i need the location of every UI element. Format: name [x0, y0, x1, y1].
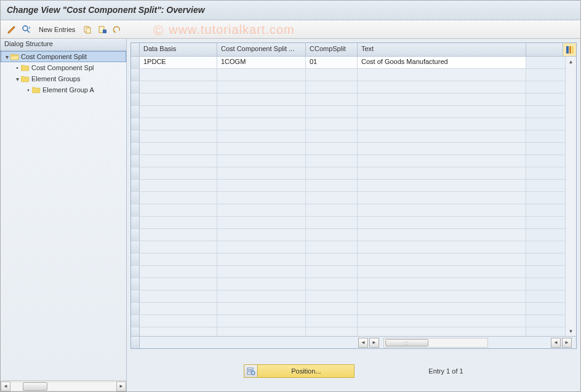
table-row[interactable]: 1PDCE1COGM01Cost of Goods Manufactured — [131, 57, 565, 69]
cell-empty[interactable] — [306, 278, 358, 290]
cell-empty[interactable] — [140, 143, 217, 154]
scroll-right-button[interactable]: ► — [369, 338, 379, 348]
table-row-empty[interactable] — [131, 180, 565, 192]
cell-empty[interactable] — [358, 229, 526, 241]
cell-empty[interactable] — [140, 278, 217, 290]
column-header-text[interactable]: Text — [358, 43, 526, 56]
cell-empty[interactable] — [306, 327, 358, 336]
row-selector[interactable] — [131, 266, 140, 278]
row-selector[interactable] — [131, 278, 140, 290]
cell-empty[interactable] — [217, 69, 306, 81]
cell-empty[interactable] — [306, 106, 358, 118]
table-row-empty[interactable] — [131, 167, 565, 180]
row-selector[interactable] — [131, 155, 140, 167]
cell-empty[interactable] — [358, 278, 526, 290]
cell-empty[interactable] — [217, 278, 306, 290]
cell-empty[interactable] — [217, 81, 306, 93]
table-row-empty[interactable] — [131, 106, 565, 118]
cell-empty[interactable] — [358, 254, 526, 265]
cell-empty[interactable] — [306, 180, 358, 191]
scroll-left-button[interactable]: ◄ — [551, 338, 561, 348]
cell-empty[interactable] — [217, 315, 306, 327]
cell-empty[interactable] — [358, 303, 526, 314]
cell-empty[interactable] — [306, 81, 358, 93]
row-selector[interactable] — [131, 192, 140, 204]
row-selector[interactable] — [131, 303, 140, 314]
tree-node-element-groups[interactable]: ▾ Element Groups — [1, 73, 126, 84]
cell-empty[interactable] — [306, 143, 358, 154]
row-selector[interactable] — [131, 254, 140, 265]
row-selector[interactable] — [131, 229, 140, 241]
cell-empty[interactable] — [217, 167, 306, 179]
cell-empty[interactable] — [306, 192, 358, 204]
table-row-empty[interactable] — [131, 315, 565, 327]
column-header-cost-component-split[interactable]: Cost Component Split ... — [217, 43, 306, 56]
select-all-icon[interactable] — [20, 23, 33, 36]
cell-empty[interactable] — [358, 266, 526, 278]
table-row-empty[interactable] — [131, 143, 565, 155]
scroll-track[interactable] — [10, 382, 116, 391]
row-selector[interactable] — [131, 327, 140, 336]
cell-ccs[interactable]: 1COGM — [217, 57, 306, 68]
grid-config-button[interactable] — [563, 43, 576, 56]
cell-empty[interactable] — [358, 192, 526, 204]
tree-node-element-group-a[interactable]: • Element Group A — [1, 84, 126, 95]
row-selector[interactable] — [131, 81, 140, 93]
cell-empty[interactable] — [140, 81, 217, 93]
cell-empty[interactable] — [217, 229, 306, 241]
row-selector[interactable] — [131, 167, 140, 179]
cell-empty[interactable] — [140, 192, 217, 204]
table-row-empty[interactable] — [131, 229, 565, 241]
cell-empty[interactable] — [358, 217, 526, 228]
cell-empty[interactable] — [306, 155, 358, 167]
table-row-empty[interactable] — [131, 290, 565, 303]
table-row-empty[interactable] — [131, 94, 565, 106]
cell-empty[interactable] — [306, 290, 358, 302]
cell-empty[interactable] — [306, 130, 358, 142]
scroll-down-button[interactable]: ▼ — [566, 326, 576, 336]
scroll-right-button[interactable]: ► — [116, 382, 126, 391]
cell-empty[interactable] — [358, 241, 526, 253]
copy-icon[interactable] — [81, 23, 94, 36]
cell-empty[interactable] — [140, 327, 217, 336]
cell-empty[interactable] — [358, 130, 526, 142]
sidebar-hscroll[interactable]: ◄ ► — [1, 380, 126, 391]
cell-empty[interactable] — [140, 254, 217, 265]
cell-empty[interactable] — [217, 254, 306, 265]
column-header-ccompsplit[interactable]: CCompSplit — [306, 43, 358, 56]
cell-empty[interactable] — [217, 241, 306, 253]
row-selector[interactable] — [131, 130, 140, 142]
cell-empty[interactable] — [140, 229, 217, 241]
scroll-right-button[interactable]: ► — [562, 338, 572, 348]
row-selector-header[interactable] — [131, 43, 140, 56]
row-selector[interactable] — [131, 143, 140, 154]
tree-area[interactable]: ▾ Cost Component Split • Cost Component … — [1, 51, 126, 380]
row-selector[interactable] — [131, 94, 140, 105]
cell-empty[interactable] — [217, 155, 306, 167]
cell-empty[interactable] — [358, 106, 526, 118]
cell-data-basis[interactable]: 1PDCE — [140, 57, 217, 68]
scroll-thumb[interactable] — [23, 382, 47, 391]
scroll-left-button[interactable]: ◄ — [358, 338, 368, 348]
scroll-track[interactable] — [383, 338, 488, 348]
table-row-empty[interactable] — [131, 118, 565, 130]
cell-empty[interactable] — [217, 266, 306, 278]
cell-empty[interactable] — [140, 69, 217, 81]
tree-node-cost-component-split[interactable]: ▾ Cost Component Split — [1, 51, 126, 62]
cell-empty[interactable] — [140, 266, 217, 278]
cell-empty[interactable] — [306, 204, 358, 216]
column-header-data-basis[interactable]: Data Basis — [140, 43, 217, 56]
cell-empty[interactable] — [306, 217, 358, 228]
scroll-left-button[interactable]: ◄ — [1, 382, 10, 391]
table-row-empty[interactable] — [131, 327, 565, 336]
table-row-empty[interactable] — [131, 81, 565, 94]
cell-text[interactable]: Cost of Goods Manufactured — [358, 57, 526, 68]
tree-node-cost-component-spl[interactable]: • Cost Component Spl — [1, 62, 126, 73]
cell-empty[interactable] — [306, 266, 358, 278]
tree-collapse-icon[interactable]: ▾ — [4, 54, 10, 60]
cell-empty[interactable] — [140, 94, 217, 105]
row-selector[interactable] — [131, 290, 140, 302]
table-row-empty[interactable] — [131, 69, 565, 81]
table-row-empty[interactable] — [131, 204, 565, 217]
cell-empty[interactable] — [217, 204, 306, 216]
